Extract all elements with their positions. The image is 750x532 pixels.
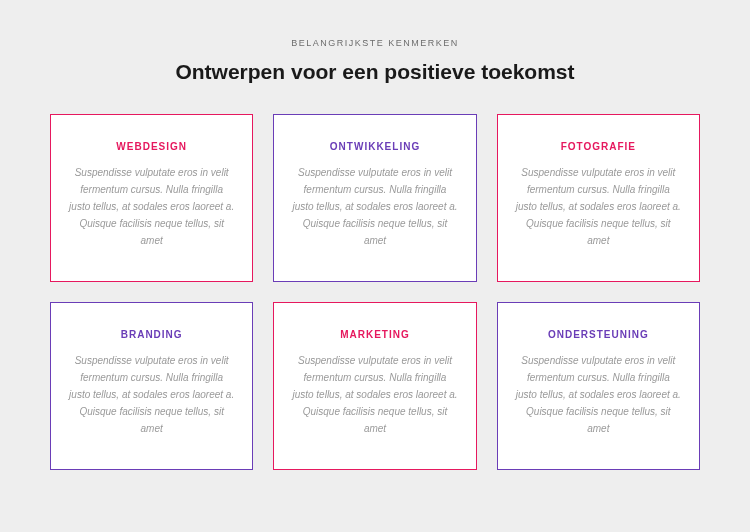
feature-card: MARKETING Suspendisse vulputate eros in … (273, 302, 476, 470)
feature-card-title: BRANDING (69, 329, 234, 340)
feature-card-title: MARKETING (292, 329, 457, 340)
section-eyebrow: BELANGRIJKSTE KENMERKEN (50, 38, 700, 48)
feature-card: BRANDING Suspendisse vulputate eros in v… (50, 302, 253, 470)
feature-card: FOTOGRAFIE Suspendisse vulputate eros in… (497, 114, 700, 282)
feature-card: ONTWIKKELING Suspendisse vulputate eros … (273, 114, 476, 282)
feature-card-title: ONTWIKKELING (292, 141, 457, 152)
feature-card-desc: Suspendisse vulputate eros in velit ferm… (69, 352, 234, 437)
feature-card-title: FOTOGRAFIE (516, 141, 681, 152)
feature-card-desc: Suspendisse vulputate eros in velit ferm… (516, 352, 681, 437)
feature-card-title: ONDERSTEUNING (516, 329, 681, 340)
feature-card-title: WEBDESIGN (69, 141, 234, 152)
feature-card: WEBDESIGN Suspendisse vulputate eros in … (50, 114, 253, 282)
feature-card-desc: Suspendisse vulputate eros in velit ferm… (292, 164, 457, 249)
feature-card-desc: Suspendisse vulputate eros in velit ferm… (516, 164, 681, 249)
feature-card-desc: Suspendisse vulputate eros in velit ferm… (292, 352, 457, 437)
feature-card-desc: Suspendisse vulputate eros in velit ferm… (69, 164, 234, 249)
feature-card: ONDERSTEUNING Suspendisse vulputate eros… (497, 302, 700, 470)
section-headline: Ontwerpen voor een positieve toekomst (50, 60, 700, 84)
feature-grid: WEBDESIGN Suspendisse vulputate eros in … (50, 114, 700, 470)
